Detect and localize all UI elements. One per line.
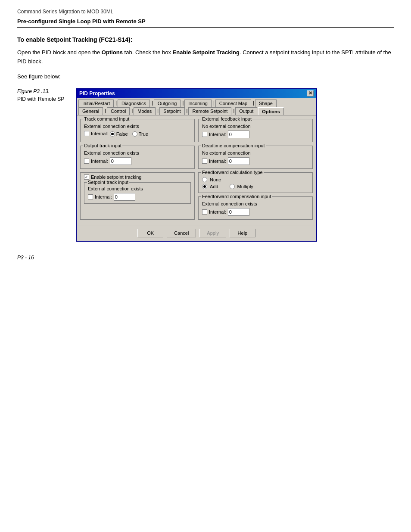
tab-outgoing[interactable]: Outgoing bbox=[154, 100, 181, 107]
fig-desc: PID with Remote SP bbox=[17, 96, 69, 102]
setpoint-track-subgroup: Setpoint track input External connection… bbox=[84, 182, 191, 204]
setpoint-track-content: External connection exists Internal: bbox=[88, 186, 187, 201]
tabs-row2: General | Control | Modes | Setpoint | R… bbox=[77, 107, 316, 115]
tabs-row1: Initial/Restart | Diagnostics | Outgoing… bbox=[77, 98, 316, 107]
add-multiply-radio-group: Add Multiply bbox=[202, 184, 309, 189]
dialog-titlebar: PID Properties ✕ bbox=[77, 89, 316, 98]
dialog-title: PID Properties bbox=[79, 90, 115, 96]
figure-label: Figure P3 .13. PID with Remote SP bbox=[17, 88, 69, 242]
dialog-body: Track command input External connection … bbox=[77, 115, 316, 223]
sep3: | bbox=[181, 100, 184, 107]
deadtime-internal-row: Internal: bbox=[202, 157, 309, 165]
add-radio-option[interactable]: Add bbox=[202, 184, 218, 189]
cancel-button[interactable]: Cancel bbox=[167, 229, 196, 237]
external-feedback-internal-label: Internal: bbox=[209, 132, 226, 137]
ok-button[interactable]: OK bbox=[137, 229, 163, 237]
tab-setpoint[interactable]: Setpoint bbox=[159, 107, 184, 115]
feedforward-comp-internal-row: Internal: bbox=[202, 208, 309, 216]
track-command-title: Track command input bbox=[83, 116, 130, 121]
multiply-radio-option[interactable]: Multiply bbox=[230, 184, 253, 189]
options-bold: Options bbox=[102, 49, 123, 56]
track-command-radio-group: False True bbox=[110, 131, 148, 137]
tab-control[interactable]: Control bbox=[107, 107, 130, 115]
sep1: | bbox=[115, 100, 118, 107]
true-radio[interactable] bbox=[132, 131, 137, 137]
tab-general[interactable]: General bbox=[78, 107, 103, 115]
feedforward-calc-content: None Add Multiply bbox=[202, 177, 309, 189]
page-heading: To enable Setpoint Tracking (FC21-S14): bbox=[17, 36, 394, 43]
sep5: | bbox=[252, 100, 255, 107]
true-radio-label: True bbox=[139, 131, 148, 137]
feedforward-comp-group: Feedforward compensation input External … bbox=[198, 196, 313, 220]
enable-setpoint-label: Enable setpoint tracking bbox=[91, 174, 141, 180]
setpoint-track-conn-status: External connection exists bbox=[88, 186, 187, 191]
external-feedback-internal-row: Internal: bbox=[202, 131, 309, 138]
tab-diagnostics[interactable]: Diagnostics bbox=[118, 100, 150, 107]
top-content: To enable Setpoint Tracking (FC21-S14): … bbox=[17, 36, 394, 80]
setpoint-track-checkbox[interactable] bbox=[88, 194, 93, 199]
output-track-internal-row: Internal: bbox=[84, 157, 191, 165]
deadtime-conn-status: No external connection bbox=[202, 150, 309, 156]
false-radio-option[interactable]: False bbox=[110, 131, 128, 137]
deadtime-input[interactable] bbox=[228, 157, 249, 165]
multiply-radio-label: Multiply bbox=[237, 184, 253, 189]
doc-title: Command Series Migration to MOD 30ML bbox=[17, 9, 394, 15]
external-feedback-input[interactable] bbox=[228, 131, 249, 138]
output-track-group: Output track input External connection e… bbox=[80, 146, 195, 169]
divider bbox=[17, 27, 394, 28]
track-command-internal-row: Internal: False True bbox=[84, 131, 191, 137]
external-feedback-content: No external connection Internal: bbox=[202, 124, 309, 138]
deadtime-group: Deadtime compensation input No external … bbox=[198, 146, 313, 169]
enable-setpoint-checkbox[interactable] bbox=[84, 174, 89, 180]
add-radio-label: Add bbox=[210, 184, 218, 189]
page: Command Series Migration to MOD 30ML Pre… bbox=[0, 0, 411, 269]
help-button[interactable]: Help bbox=[230, 229, 255, 237]
close-button[interactable]: ✕ bbox=[307, 90, 314, 96]
sep10: | bbox=[232, 107, 235, 115]
output-track-input[interactable] bbox=[110, 157, 131, 165]
false-radio[interactable] bbox=[110, 131, 115, 137]
feedforward-comp-content: External connection exists Internal: bbox=[202, 201, 309, 216]
feedforward-comp-checkbox[interactable] bbox=[202, 209, 207, 215]
sep8: | bbox=[156, 107, 159, 115]
setpoint-track-subgroup-title: Setpoint track input bbox=[87, 180, 129, 185]
track-command-group: Track command input External connection … bbox=[80, 119, 195, 142]
tab-options[interactable]: Options bbox=[258, 107, 284, 115]
deadtime-checkbox[interactable] bbox=[202, 159, 207, 164]
body-text-check: tab. Check the box bbox=[123, 49, 173, 56]
tab-output[interactable]: Output bbox=[235, 107, 257, 115]
body-text-open: Open the PID block and open the bbox=[17, 49, 102, 56]
sep7: | bbox=[131, 107, 134, 115]
setpoint-track-input[interactable] bbox=[114, 193, 135, 201]
deadtime-internal-label: Internal: bbox=[209, 159, 226, 164]
feedforward-comp-conn-status: External connection exists bbox=[202, 201, 309, 206]
tab-shape[interactable]: Shape bbox=[255, 100, 277, 107]
setpoint-track-internal-row: Internal: bbox=[88, 193, 187, 201]
output-track-checkbox[interactable] bbox=[84, 159, 89, 164]
fig-name: Figure P3 .13. bbox=[17, 88, 69, 94]
tab-remote-setpoint[interactable]: Remote Setpoint bbox=[188, 107, 231, 115]
tab-connect-map[interactable]: Connect Map bbox=[215, 100, 251, 107]
add-radio[interactable] bbox=[202, 184, 207, 189]
apply-button[interactable]: Apply bbox=[199, 229, 226, 237]
multiply-radio[interactable] bbox=[230, 184, 235, 189]
track-command-conn-status: External connection exists bbox=[84, 124, 191, 129]
feedforward-comp-title: Feedforward compensation input bbox=[201, 194, 272, 199]
pid-properties-dialog: PID Properties ✕ Initial/Restart | Diagn… bbox=[76, 88, 317, 242]
true-radio-option[interactable]: True bbox=[132, 131, 148, 137]
external-feedback-checkbox[interactable] bbox=[202, 132, 207, 137]
none-radio-option[interactable]: None bbox=[202, 177, 309, 182]
sep4: | bbox=[212, 100, 215, 107]
feedforward-comp-input[interactable] bbox=[228, 208, 249, 216]
none-radio[interactable] bbox=[202, 177, 207, 182]
tab-initial-restart[interactable]: Initial/Restart bbox=[78, 100, 114, 107]
setpoint-track-internal-label: Internal: bbox=[95, 194, 112, 199]
enable-setpoint-group: Enable setpoint tracking Setpoint track … bbox=[80, 172, 195, 220]
track-command-checkbox[interactable] bbox=[84, 131, 89, 136]
deadtime-content: No external connection Internal: bbox=[202, 150, 309, 165]
tab-incoming[interactable]: Incoming bbox=[184, 100, 212, 107]
none-radio-label: None bbox=[210, 177, 221, 182]
page-number: P3 - 16 bbox=[17, 255, 394, 261]
external-feedback-title: External feedback input bbox=[201, 116, 252, 121]
tab-modes[interactable]: Modes bbox=[134, 107, 156, 115]
